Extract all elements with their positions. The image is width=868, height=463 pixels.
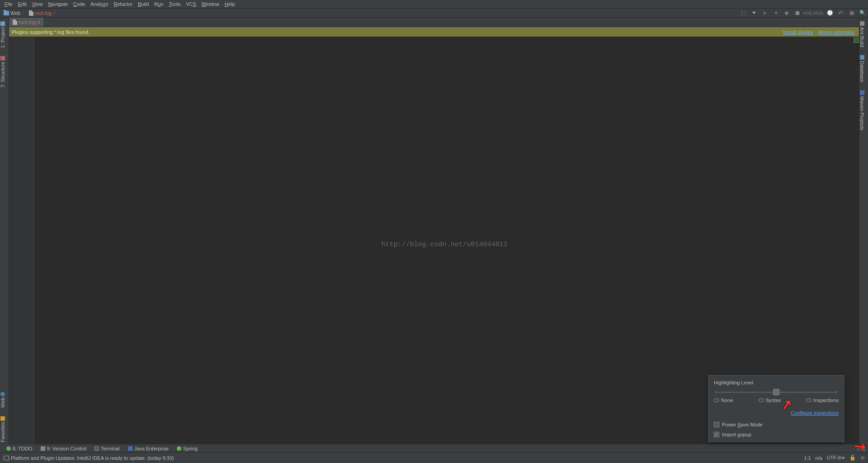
bottom-tab-terminal[interactable]: Terminal [91, 444, 123, 453]
menu-run[interactable]: Run [151, 1, 166, 7]
toolbar: Web 〉 root.log 〉 ⬚ ✶ ◉ VCS↓ VCS↑ 🕓 ↶ ▦ 🔍 [0, 9, 868, 18]
breadcrumb-project-label: Web [10, 10, 20, 16]
editor-tab-rootlog[interactable]: root.log × [9, 18, 44, 27]
menu-vcs[interactable]: VCS [183, 1, 199, 7]
close-icon[interactable]: × [38, 20, 40, 25]
menu-file[interactable]: File [2, 1, 15, 7]
level-none[interactable]: None [714, 398, 733, 403]
structure-icon [0, 56, 5, 61]
terminal-icon [94, 446, 99, 451]
undo-icon: ↶ [838, 9, 844, 17]
status-message[interactable]: Platform and Plugin Updates: IntelliJ ID… [0, 453, 178, 463]
vcs-commit-label: VCS [814, 11, 822, 15]
highlighting-slider[interactable] [714, 392, 839, 393]
menu-window[interactable]: Window [199, 1, 222, 7]
web-icon [0, 392, 5, 396]
inspector-icon[interactable]: 👁 [860, 455, 865, 461]
right-tool-strip: Ant Build Database Maven Projects [859, 18, 868, 452]
coverage-button[interactable]: ◉ [782, 9, 791, 17]
level-syntax[interactable]: Syntax [759, 398, 781, 403]
message-icon [4, 456, 9, 460]
file-icon [13, 19, 17, 25]
structure-button[interactable]: ▦ [847, 9, 856, 17]
breadcrumb-file[interactable]: root.log [27, 10, 53, 16]
run-button[interactable] [760, 9, 769, 17]
notification-text: Plugins supporting *.log files found. [12, 29, 90, 35]
star-icon [0, 416, 5, 421]
slider-thumb[interactable] [773, 389, 779, 395]
bottom-tab-version-control[interactable]: 9: Version Control [37, 444, 90, 453]
menu-edit[interactable]: Edit [15, 1, 29, 7]
breadcrumb: Web 〉 root.log 〉 [0, 9, 58, 17]
bottom-tab-todo[interactable]: 6: TODO [3, 444, 36, 453]
sidebar-item-ant[interactable]: Ant Build [859, 19, 865, 50]
debug-button[interactable]: ✶ [771, 9, 780, 17]
jee-icon [128, 446, 132, 451]
sidebar-item-database[interactable]: Database [859, 52, 865, 85]
todo-icon [6, 446, 11, 451]
menu-view[interactable]: View [29, 1, 46, 7]
insert-mode[interactable]: n/a [816, 455, 822, 461]
search-everywhere-button[interactable]: 🔍 [858, 9, 867, 17]
menu-refactor[interactable]: Refactor [111, 1, 135, 7]
power-save-label: Power Save Mode [722, 422, 763, 427]
toolbar-right: ⬚ ✶ ◉ VCS↓ VCS↑ 🕓 ↶ ▦ 🔍 [739, 9, 867, 17]
stop-icon [796, 11, 799, 15]
folder-icon [4, 11, 9, 15]
file-encoding[interactable]: UTF-8≑ [827, 455, 845, 461]
watermark-text: http://blog.csdn.net/u014044812 [381, 241, 507, 248]
highlighting-level-popup: Highlighting Level None Syntax Inspectio… [708, 375, 844, 442]
sidebar-item-maven[interactable]: Maven Projects [859, 88, 865, 133]
level-inspections[interactable]: Inspections [806, 398, 839, 403]
chevron-right-icon: 〉 [22, 9, 27, 16]
install-plugins-link[interactable]: Install plugins [783, 29, 813, 35]
editor-tab-strip: root.log × [9, 18, 859, 27]
spring-icon [177, 446, 181, 451]
left-tool-strip: 1: Project 7: Structure Web 2: Favorites [0, 18, 9, 452]
stop-button[interactable] [793, 9, 802, 17]
sidebar-item-structure[interactable]: 7: Structure [0, 53, 5, 90]
menu-code[interactable]: Code [71, 1, 88, 7]
power-save-checkbox-row[interactable]: Power Save Mode [714, 422, 839, 427]
project-icon [0, 21, 5, 26]
bottom-tab-spring[interactable]: Spring [173, 444, 201, 453]
menu-bar: File Edit View Navigate Code Analyze Ref… [0, 0, 868, 9]
ignore-extension-link[interactable]: Ignore extension [818, 29, 854, 35]
checkbox-checked-icon[interactable]: ✓ [714, 432, 719, 437]
file-icon [29, 10, 33, 16]
eye-icon [714, 398, 719, 402]
vcs-update-button[interactable]: VCS↓ [804, 9, 813, 17]
checkbox-unchecked-icon[interactable] [714, 422, 719, 427]
status-right: 1:1 n/a UTF-8≑ 🔓 👁 [804, 453, 868, 463]
vcs-history-button[interactable]: 🕓 [826, 9, 835, 17]
vcs-revert-button[interactable]: ↶ [836, 9, 845, 17]
status-bar: Platform and Plugin Updates: IntelliJ ID… [0, 452, 868, 463]
caret-position[interactable]: 1:1 [804, 455, 811, 461]
vcs-commit-button[interactable]: VCS↑ [815, 9, 824, 17]
eye-icon [759, 398, 764, 402]
lock-icon[interactable]: 🔓 [849, 455, 856, 461]
editor-tab-label: root.log [19, 19, 36, 25]
eye-icon [806, 398, 811, 402]
menu-build[interactable]: Build [135, 1, 151, 7]
sidebar-item-project[interactable]: 1: Project [0, 19, 5, 51]
bug-icon: ✶ [774, 10, 778, 16]
menu-tools[interactable]: Tools [166, 1, 184, 7]
import-popup-checkbox-row[interactable]: ✓ Import popup [714, 432, 839, 437]
event-log-label[interactable]: Log [857, 446, 865, 451]
import-popup-label: Import popup [722, 432, 751, 437]
database-icon [860, 55, 864, 60]
menu-help[interactable]: Help [222, 1, 238, 7]
bottom-tab-jee[interactable]: Java Enterprise [124, 444, 172, 453]
configure-inspections-link[interactable]: Configure inspections [791, 410, 839, 416]
inspection-indicator[interactable] [854, 37, 859, 452]
menu-navigate[interactable]: Navigate [45, 1, 70, 7]
run-config-dropdown[interactable] [750, 9, 759, 17]
breadcrumb-project[interactable]: Web [2, 10, 22, 16]
sidebar-item-web[interactable]: Web [0, 389, 5, 410]
run-config-icon[interactable]: ⬚ [739, 9, 748, 17]
chevron-down-icon [752, 12, 756, 14]
maven-icon [860, 90, 864, 95]
breadcrumb-file-label: root.log [35, 10, 52, 16]
menu-analyze[interactable]: Analyze [88, 1, 111, 7]
